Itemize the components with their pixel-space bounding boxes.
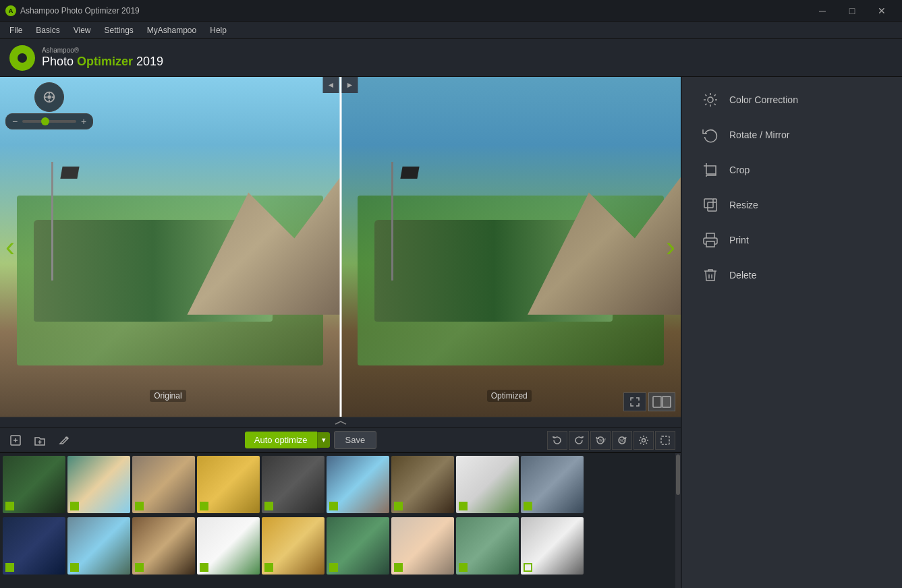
zoom-pan-control[interactable] (34, 82, 64, 112)
batch-edit-button[interactable] (54, 430, 74, 450)
crop-label: Crop (729, 165, 750, 175)
thumbnail-checkbox-13[interactable] (200, 563, 208, 572)
logo-brand: Ashampoo® (42, 47, 163, 55)
thumbnail-checkbox-2[interactable] (70, 502, 79, 510)
thumbnail-checkbox-7[interactable] (394, 502, 403, 510)
tool-delete[interactable]: Delete (687, 259, 897, 291)
svg-rect-30 (704, 199, 713, 208)
svg-rect-31 (708, 202, 716, 211)
thumbnail-17[interactable] (456, 517, 519, 575)
thumbnail-10[interactable] (3, 517, 65, 575)
thumbnail-checkbox-1[interactable] (5, 502, 14, 510)
toolbar-left (5, 430, 74, 450)
next-image-button[interactable]: › (666, 233, 675, 261)
auto-optimize-dropdown[interactable]: ▾ (317, 432, 330, 448)
logo-highlight: Optimizer (77, 55, 133, 68)
thumbnail-11[interactable] (67, 517, 130, 575)
print-label: Print (729, 235, 749, 245)
logo-text: Ashampoo® Photo Optimizer 2019 (42, 47, 163, 69)
thumbnail-16[interactable] (391, 517, 454, 575)
save-button[interactable]: Save (334, 431, 377, 449)
app-icon: A (5, 5, 16, 16)
expand-view-button[interactable] (623, 392, 646, 411)
settings-button[interactable] (633, 431, 654, 450)
tool-rotate-mirror[interactable]: Rotate / Mirror (687, 119, 897, 151)
split-divider[interactable]: ◄ ► (339, 77, 341, 417)
viewer-toolbar: Auto optimize ▾ Save (0, 428, 681, 452)
tool-resize[interactable]: Resize (687, 189, 897, 221)
thumbnail-checkbox-6[interactable] (329, 502, 338, 510)
thumbnail-checkbox-8[interactable] (459, 502, 468, 510)
thumbnail-checkbox-5[interactable] (264, 502, 273, 510)
thumbnail-checkbox-14[interactable] (264, 563, 273, 572)
thumbnail-4[interactable] (197, 456, 260, 513)
thumbnail-checkbox-10[interactable] (5, 563, 14, 572)
split-view-button[interactable] (648, 392, 675, 411)
rotate-cw-button[interactable]: 90° (612, 431, 632, 450)
thumbnail-checkbox-11[interactable] (70, 563, 79, 572)
menu-myashampoo[interactable]: MyAshampoo (140, 22, 203, 38)
thumbnail-5[interactable] (262, 456, 325, 513)
main: − + ‹ (0, 77, 902, 588)
rotate-ccw-button[interactable]: 90° (590, 431, 611, 450)
zoom-controls: − + (5, 82, 93, 129)
svg-line-26 (714, 94, 716, 96)
redo-undo-button[interactable] (569, 431, 589, 450)
thumbnail-checkbox-4[interactable] (200, 502, 208, 510)
minimize-button[interactable]: ─ (808, 0, 837, 22)
thumbnail-checkbox-16[interactable] (394, 563, 403, 572)
auto-optimize-button[interactable]: Auto optimize (245, 432, 317, 448)
thumbnail-scrollbar[interactable] (675, 453, 681, 588)
thumbnail-6[interactable] (327, 456, 389, 513)
thumbnail-wrapper (0, 453, 681, 588)
thumbnail-15[interactable] (327, 517, 389, 575)
svg-text:90°: 90° (619, 438, 627, 443)
thumbnail-12[interactable] (132, 517, 195, 575)
thumbnail-1[interactable] (3, 456, 65, 513)
menu-view[interactable]: View (67, 22, 98, 38)
undo-button[interactable] (547, 431, 567, 450)
viewer-panel: − + ‹ (0, 77, 681, 588)
label-optimized: Optimized (487, 390, 532, 402)
close-button[interactable]: ✕ (867, 0, 897, 22)
zoom-minus[interactable]: − (10, 116, 20, 127)
collapse-bar[interactable] (0, 417, 681, 428)
thumbnail-checkbox-9[interactable] (524, 502, 532, 510)
svg-line-25 (705, 104, 706, 105)
menu-basics[interactable]: Basics (29, 22, 66, 38)
tool-crop[interactable]: Crop (687, 154, 897, 186)
maximize-button[interactable]: □ (837, 0, 867, 22)
prev-image-button[interactable]: ‹ (5, 233, 15, 261)
svg-text:90°: 90° (599, 438, 606, 443)
photo-container: ◄ ► Original Optimized (0, 77, 681, 417)
add-file-button[interactable] (5, 430, 26, 450)
svg-point-18 (708, 97, 713, 102)
tool-print[interactable]: Print (687, 224, 897, 256)
thumbnail-checkbox-12[interactable] (135, 563, 144, 572)
thumbnail-13[interactable] (197, 517, 260, 575)
thumbnail-14[interactable] (262, 517, 325, 575)
thumbnail-checkbox-15[interactable] (329, 563, 338, 572)
zoom-bar: − + (5, 113, 93, 129)
thumbnail-8[interactable] (456, 456, 519, 513)
svg-line-21 (705, 94, 706, 96)
thumbnail-checkbox-18[interactable] (524, 563, 532, 572)
menu-help[interactable]: Help (203, 22, 233, 38)
thumbnail-checkbox-17[interactable] (459, 563, 468, 572)
add-folder-button[interactable] (30, 430, 50, 450)
menu-file[interactable]: File (3, 22, 29, 38)
thumbnail-18[interactable] (521, 517, 584, 575)
thumbnail-9[interactable] (521, 456, 584, 513)
zoom-slider[interactable] (22, 120, 76, 123)
svg-rect-6 (653, 396, 661, 407)
thumbnail-checkbox-3[interactable] (135, 502, 144, 510)
tool-color-correction[interactable]: Color Correction (687, 84, 897, 116)
logo-name: Photo Optimizer 2019 (42, 55, 163, 69)
selection-button[interactable] (655, 431, 675, 450)
thumbnail-7[interactable] (391, 456, 454, 513)
menu-settings[interactable]: Settings (97, 22, 140, 38)
thumbnail-2[interactable] (67, 456, 130, 513)
zoom-plus[interactable]: + (79, 116, 88, 127)
menubar: File Basics View Settings MyAshampoo Hel… (0, 22, 902, 39)
thumbnail-3[interactable] (132, 456, 195, 513)
